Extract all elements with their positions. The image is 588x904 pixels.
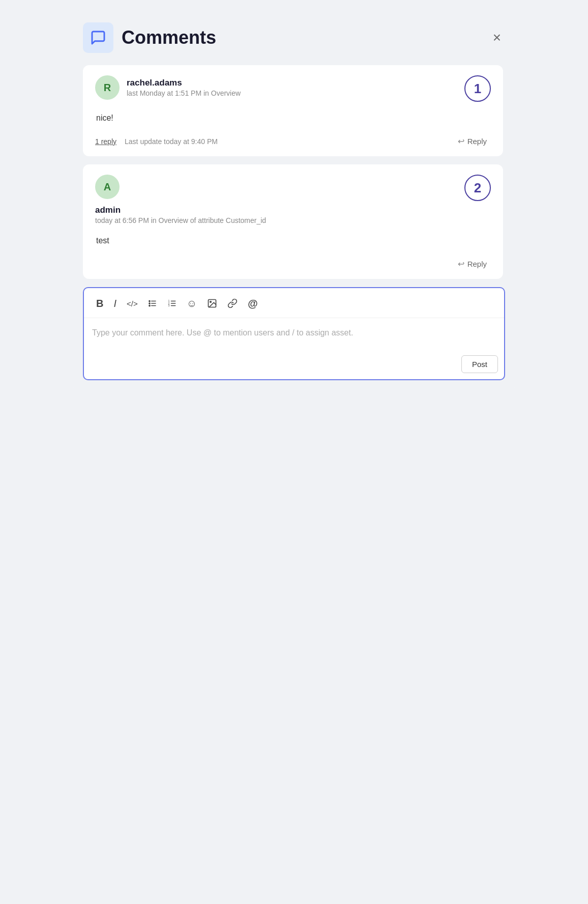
bold-button[interactable]: B bbox=[92, 295, 107, 312]
reply-label: Reply bbox=[467, 137, 487, 146]
svg-point-13 bbox=[210, 301, 212, 303]
user-info: rachel.adams last Monday at 1:51 PM in O… bbox=[127, 78, 241, 97]
comment-card: A 2 admin today at 6:56 PM in Overview o… bbox=[83, 164, 503, 279]
comment-body: test bbox=[95, 235, 491, 247]
link-button[interactable] bbox=[223, 295, 242, 312]
comment-footer: ↩ Reply bbox=[95, 257, 491, 271]
svg-point-4 bbox=[149, 303, 150, 304]
comment-number: 1 bbox=[464, 75, 491, 102]
composer: B I </> 1 2 3 ☺ bbox=[83, 287, 505, 380]
reply-count[interactable]: 1 reply bbox=[95, 137, 116, 146]
mention-button[interactable]: @ bbox=[244, 295, 262, 312]
code-button[interactable]: </> bbox=[123, 297, 142, 310]
username: admin bbox=[95, 205, 491, 215]
reply-label: Reply bbox=[467, 260, 487, 268]
close-button[interactable]: × bbox=[489, 29, 505, 47]
numbered-list-button[interactable]: 1 2 3 bbox=[163, 296, 181, 311]
reply-button[interactable]: ↩ Reply bbox=[454, 257, 491, 271]
comment-body: nice! bbox=[95, 112, 491, 124]
svg-point-3 bbox=[149, 300, 150, 301]
avatar: R bbox=[95, 75, 120, 100]
timestamp: today at 6:56 PM in Overview of attribut… bbox=[95, 216, 491, 224]
link-icon bbox=[227, 298, 238, 308]
image-button[interactable] bbox=[203, 295, 221, 312]
post-button[interactable]: Post bbox=[461, 355, 498, 373]
last-update: Last update today at 9:40 PM bbox=[125, 137, 218, 146]
comments-icon-box bbox=[83, 22, 113, 53]
panel-header: Comments × bbox=[83, 22, 505, 53]
svg-text:3: 3 bbox=[168, 304, 169, 307]
composer-toolbar: B I </> 1 2 3 ☺ bbox=[84, 288, 504, 318]
timestamp: last Monday at 1:51 PM in Overview bbox=[127, 89, 241, 97]
emoji-button[interactable]: ☺ bbox=[183, 295, 201, 312]
bullet-list-button[interactable] bbox=[144, 296, 161, 311]
footer-left: 1 reply Last update today at 9:40 PM bbox=[95, 137, 218, 146]
reply-button[interactable]: ↩ Reply bbox=[454, 134, 491, 148]
panel-title: Comments bbox=[122, 27, 216, 48]
comment-header: R rachel.adams last Monday at 1:51 PM in… bbox=[95, 75, 491, 102]
bullet-list-icon bbox=[148, 299, 157, 308]
reply-icon: ↩ bbox=[458, 136, 464, 146]
comments-list: R rachel.adams last Monday at 1:51 PM in… bbox=[83, 65, 505, 279]
comment-user-row: R rachel.adams last Monday at 1:51 PM in… bbox=[95, 75, 241, 100]
comment-footer: 1 reply Last update today at 9:40 PM ↩ R… bbox=[95, 134, 491, 148]
composer-placeholder[interactable]: Type your comment here. Use @ to mention… bbox=[92, 326, 496, 340]
username: rachel.adams bbox=[127, 78, 241, 88]
reply-icon: ↩ bbox=[458, 259, 464, 269]
comment-number: 2 bbox=[464, 175, 491, 201]
svg-point-5 bbox=[149, 305, 150, 306]
numbered-list-icon: 1 2 3 bbox=[167, 299, 177, 308]
comments-panel: Comments × R rachel.adams last Monday at… bbox=[73, 10, 515, 390]
composer-input-area: Type your comment here. Use @ to mention… bbox=[84, 318, 504, 379]
header-left: Comments bbox=[83, 22, 216, 53]
image-icon bbox=[207, 298, 217, 308]
italic-button[interactable]: I bbox=[109, 295, 121, 312]
comment-card: R rachel.adams last Monday at 1:51 PM in… bbox=[83, 65, 503, 156]
comments-icon bbox=[90, 30, 106, 46]
avatar: A bbox=[95, 175, 120, 199]
user-info: admin today at 6:56 PM in Overview of at… bbox=[95, 205, 491, 224]
comment-header: A 2 bbox=[95, 175, 491, 201]
